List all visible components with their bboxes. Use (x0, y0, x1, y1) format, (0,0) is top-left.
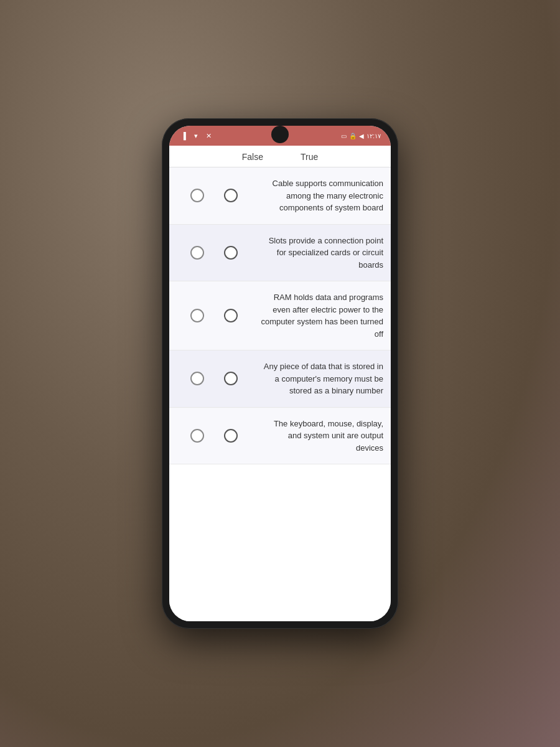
false-radio-3[interactable] (190, 309, 204, 322)
time-display: ١٢:١٧ (366, 133, 381, 139)
sound-icon: ✕ (204, 131, 213, 140)
status-left: ▐ ▾ ✕ (179, 131, 213, 140)
false-column-header: False (242, 152, 263, 162)
signal-arrow-icon: ◀ (359, 133, 364, 139)
quiz-row: Any piece of data that is stored in a co… (169, 350, 391, 408)
quiz-row: Cable supports communication among the m… (169, 167, 391, 225)
quiz-row: The keyboard, mouse, display, and system… (169, 408, 391, 465)
question-text-1: Cable supports communication among the m… (259, 177, 383, 214)
question-text-5: The keyboard, mouse, display, and system… (259, 418, 383, 454)
signal-icon: ▐ (179, 131, 188, 140)
false-radio-5[interactable] (190, 429, 204, 443)
column-headers: False True (169, 146, 391, 167)
quiz-row: Slots provide a connection point for spe… (169, 225, 391, 282)
true-radio-3[interactable] (224, 309, 238, 322)
false-radio-2[interactable] (190, 246, 204, 260)
false-radio-1[interactable] (190, 189, 204, 202)
battery-icon: ▭ (341, 133, 347, 139)
question-text-3: RAM holds data and programs even after e… (259, 291, 383, 340)
true-radio-4[interactable] (224, 372, 238, 385)
quiz-row: RAM holds data and programs even after e… (169, 281, 391, 350)
question-text-2: Slots provide a connection point for spe… (259, 235, 383, 271)
radio-group-3 (177, 309, 251, 322)
radio-group-1 (177, 189, 251, 202)
radio-group-2 (177, 246, 251, 260)
true-column-header: True (301, 152, 318, 162)
lock-icon: 🔒 (349, 133, 357, 139)
camera-notch (271, 126, 289, 143)
true-radio-2[interactable] (224, 246, 238, 260)
radio-group-5 (177, 429, 251, 443)
phone-frame: ▐ ▾ ✕ ▭ 🔒 ◀ ١٢:١٧ False True Cable (162, 118, 398, 629)
phone-screen: ▐ ▾ ✕ ▭ 🔒 ◀ ١٢:١٧ False True Cable (169, 126, 391, 621)
status-right: ▭ 🔒 ◀ ١٢:١٧ (341, 133, 381, 139)
wifi-icon: ▾ (192, 131, 200, 140)
true-radio-1[interactable] (224, 189, 238, 202)
true-radio-5[interactable] (224, 429, 238, 443)
false-radio-4[interactable] (190, 372, 204, 385)
question-text-4: Any piece of data that is stored in a co… (259, 360, 383, 397)
quiz-list: Cable supports communication among the m… (169, 167, 391, 621)
radio-group-4 (177, 372, 251, 385)
